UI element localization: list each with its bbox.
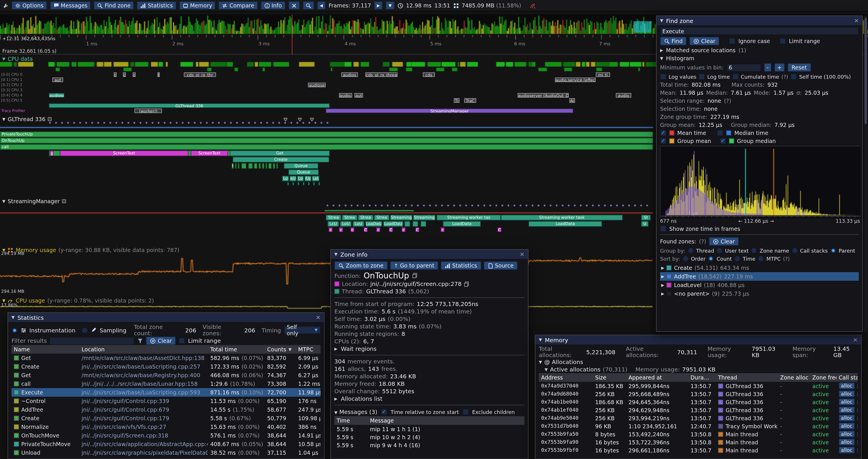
expand-icon[interactable]: ▶ <box>661 265 664 270</box>
alloc-callstack-button[interactable]: alloc <box>839 431 855 437</box>
zone-band[interactable]: PrivateTouchUp <box>0 131 653 137</box>
funnel-icon[interactable] <box>137 338 143 343</box>
zone-band[interactable]: call <box>0 144 653 150</box>
expand-icon[interactable]: ▶ <box>661 274 664 279</box>
glthread-zone[interactable] <box>238 163 240 169</box>
zone-band[interactable]: OnTouchUp <box>0 138 653 143</box>
info-button[interactable]: Info <box>260 1 285 10</box>
alloc-callstack-button[interactable]: alloc <box>839 390 855 397</box>
sampling-label[interactable]: Sampling <box>100 327 127 333</box>
col-mtpc[interactable]: MTPC <box>296 345 320 354</box>
collapse-icon[interactable]: ▼ <box>334 252 338 257</box>
allocation-row[interactable]: 0x74ab1be040186.68 KB294,645,364ns13:50.… <box>539 398 858 406</box>
found-zones-clear-button[interactable]: Clear <box>709 237 739 246</box>
streaming-zone[interactable]: C <box>389 227 393 232</box>
stats-row[interactable]: Createjni/../jni/src/claw/base/LuaScript… <box>11 362 320 371</box>
col-appeared-at[interactable]: Appeared at <box>626 373 688 382</box>
cpu-zone[interactable]: aut <box>52 77 63 82</box>
streaming-zone[interactable]: c <box>329 227 333 232</box>
stats-row[interactable]: Createjni/../jni/src/guif/Control.cpp:17… <box>11 414 320 423</box>
group-by-option[interactable]: Call stacks <box>800 248 828 254</box>
scrollbar[interactable] <box>864 15 867 332</box>
col-duration[interactable]: Dura… <box>688 373 716 382</box>
zone-statistics-button[interactable]: Statistics <box>441 261 481 270</box>
memory-titlebar[interactable]: ▼ Memory × <box>535 335 861 345</box>
allocation-row[interactable]: 0x7553b9fa9016 bytes153,722,396ns13:50.8… <box>539 438 858 446</box>
cpu-zone[interactable]: Ai <box>569 98 575 103</box>
expand-icon[interactable]: ▶ <box>661 291 664 296</box>
sort-by-radio-time[interactable] <box>734 256 741 262</box>
ignore-case-checkbox[interactable] <box>729 38 736 44</box>
alloc-callstack-button[interactable]: alloc <box>839 423 855 429</box>
streaming-zone[interactable]: St <box>641 215 651 221</box>
glthread-zone[interactable]: g <box>50 151 54 156</box>
streaming-zone[interactable]: C <box>497 227 501 232</box>
memory-button[interactable]: Memory <box>179 1 216 10</box>
sort-by-option[interactable]: MTPC <box>766 256 781 262</box>
message-row[interactable]: 5.59 smip 11 w 1 h 1 (1) <box>334 425 525 433</box>
active-allocations-toggle[interactable]: ▼ Active allocations (70,311) Memory usa… <box>539 366 858 373</box>
close-icon[interactable]: × <box>854 18 859 24</box>
goto-frame-button[interactable]: ▼ <box>386 1 395 10</box>
cpu-zone[interactable]: audio.service (effect) <box>555 77 596 82</box>
find-zone-button[interactable]: Find zone <box>94 1 134 10</box>
cpu-zone[interactable]: c <box>123 72 126 77</box>
alloc-callstack-button[interactable]: alloc <box>839 398 855 405</box>
copy-icon[interactable] <box>464 281 470 287</box>
col-message[interactable]: Message <box>368 416 525 425</box>
group-by-radio-call-stacks[interactable] <box>791 248 798 254</box>
stats-row[interactable]: calljni/../jni/../../../src/claw/base/Lu… <box>11 380 320 388</box>
glthread-zone[interactable] <box>313 182 315 186</box>
stats-row[interactable]: AddTreejni/../jni/src/guif/Control.cpp:6… <box>11 405 320 414</box>
glthread-zone[interactable] <box>298 182 299 186</box>
group-by-option[interactable]: Thread <box>696 248 714 254</box>
glthread-zone[interactable]: iUp <box>305 176 311 182</box>
glthread-zone[interactable] <box>287 182 289 186</box>
group-by-option[interactable]: Parent <box>839 248 855 254</box>
streaming-zone[interactable] <box>404 221 410 227</box>
glthread-zone[interactable] <box>273 163 275 169</box>
streaming-zone[interactable]: LoU <box>353 221 364 227</box>
filter-input[interactable] <box>50 337 135 345</box>
min-bin-input[interactable] <box>726 63 761 71</box>
streaming-zone[interactable]: Streaming <box>390 215 412 221</box>
streaming-zone[interactable]: c <box>441 227 445 232</box>
stats-row[interactable]: Get/mnt/e/claw/src/claw/base/AssetDict.h… <box>11 354 320 362</box>
glthread-zone[interactable] <box>266 163 267 169</box>
sampling-radio[interactable] <box>82 327 88 333</box>
col-zone-free[interactable]: Zone free <box>810 373 836 382</box>
tools-button[interactable] <box>288 1 300 10</box>
stats-row[interactable]: Get/mnt/e/claw/src/claw/base/Registry.hp… <box>11 371 320 380</box>
allocation-row[interactable]: 0x7531d7b04096 KB1:10 234,952,16112:40.7… <box>539 422 858 430</box>
messages-toggle[interactable]: ▼ Messages (3) <box>334 409 377 415</box>
glthread-zone[interactable]: Lo <box>297 176 304 182</box>
group-mean-label[interactable]: Group mean <box>677 138 711 144</box>
glthread-zone[interactable]: ScreenText <box>60 151 188 156</box>
streaming-zone[interactable] <box>412 221 418 227</box>
go-to-parent-button[interactable]: ↑Go to parent <box>390 261 438 270</box>
cpu-zone[interactable]: GLThread 336 <box>49 103 330 108</box>
glthread-zone[interactable]: Get <box>230 151 330 156</box>
cumulate-time-checkbox[interactable] <box>732 73 739 80</box>
streaming-zone[interactable]: Strea <box>374 215 390 221</box>
glthread-zone[interactable] <box>235 163 237 169</box>
zone-info-titlebar[interactable]: ▼ Zone info × <box>331 250 528 259</box>
glthread-zone[interactable] <box>241 163 246 169</box>
alloc-callstack-button[interactable]: alloc <box>839 382 855 389</box>
clear-button[interactable]: Clear <box>690 37 719 45</box>
find-zone-titlebar[interactable]: ▼ Find zone × <box>657 16 862 25</box>
ignore-case-label[interactable]: Ignore case <box>739 38 770 44</box>
cpu-zone[interactable]: cds_ol_rx_threa <box>365 72 398 77</box>
time-relative-checkbox[interactable] <box>381 409 387 415</box>
clear-filter-button[interactable]: Clear <box>146 336 176 345</box>
col-counts[interactable]: Counts▼ <box>265 345 296 354</box>
log-values-checkbox[interactable] <box>660 73 666 80</box>
cpu-zone[interactable]: mi_ti <box>596 72 610 77</box>
messages-button[interactable]: Messages <box>50 1 91 10</box>
compare-button[interactable]: Compare <box>219 1 258 10</box>
glthread-zone[interactable] <box>268 163 272 169</box>
allocations-list-toggle[interactable]: ▶Allocations list <box>334 395 525 402</box>
glthread-zone[interactable] <box>303 182 305 186</box>
cpu-zone[interactable]: audioserver (AudioOut_D) <box>518 93 569 98</box>
streaming-zone[interactable]: LoadData <box>528 221 602 227</box>
